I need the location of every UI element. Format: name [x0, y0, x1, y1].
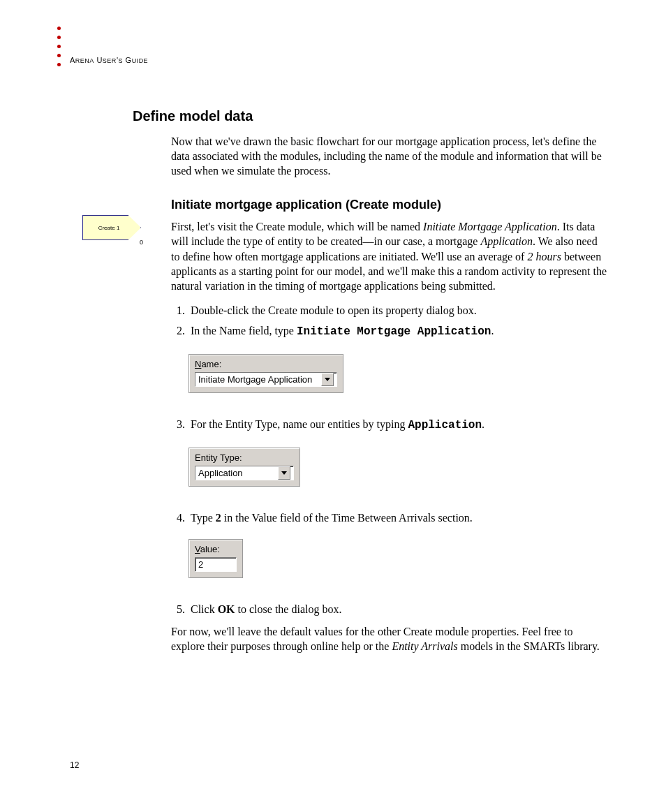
step-2: In the Name field, type Initiate Mortgag…: [188, 323, 607, 340]
main-content: Define model data Now that we've drawn t…: [70, 108, 607, 660]
text: models in the SMARTs library.: [458, 640, 600, 652]
bullet-dot: [57, 54, 61, 57]
name-field-screenshot: Name:: [188, 354, 343, 393]
step-4: Type 2 in the Value field of the Time Be…: [188, 510, 607, 526]
dropdown-button[interactable]: [321, 373, 334, 386]
margin-bullets: [57, 27, 61, 66]
value-input[interactable]: [195, 557, 237, 572]
bullet-dot: [57, 45, 61, 48]
closing-paragraph: For now, we'll leave the default values …: [171, 624, 607, 654]
step-text: .: [482, 418, 484, 430]
steps-list-cont2: Type 2 in the Value field of the Time Be…: [171, 510, 607, 526]
text-italic: Entity Arrivals: [392, 640, 457, 652]
step-text: in the Value field of the Time Between A…: [221, 512, 473, 524]
step-3: For the Entity Type, name our entities b…: [188, 417, 607, 434]
bullet-dot: [57, 36, 61, 39]
text-italic: Initiate Mortgage Application: [423, 221, 557, 232]
step-1: Double-click the Create module to open i…: [188, 303, 607, 318]
text: First, let's visit the Create module, wh…: [171, 221, 423, 232]
chevron-down-icon: [281, 471, 287, 475]
bullet-dot: [57, 27, 61, 30]
dropdown-button[interactable]: [278, 466, 290, 480]
chevron-down-icon: [325, 378, 330, 381]
value-field-screenshot: Value:: [188, 539, 243, 578]
heading-define-model-data: Define model data: [133, 108, 607, 124]
label-underline: V: [195, 544, 200, 554]
name-input[interactable]: [195, 373, 321, 386]
name-combobox[interactable]: [195, 372, 337, 387]
label-rest: alue:: [200, 544, 220, 554]
entity-combobox[interactable]: [195, 466, 294, 480]
step-code: Initiate Mortgage Application: [297, 325, 491, 338]
text-italic: 2 hours: [527, 251, 561, 263]
step-text: to close the dialog box.: [235, 603, 342, 615]
value-field-label: Value:: [195, 544, 237, 554]
steps-list-cont: For the Entity Type, name our entities b…: [171, 417, 607, 434]
entity-field-screenshot: Entity Type:: [188, 448, 300, 487]
step-text: For the Entity Type, name our entities b…: [191, 418, 408, 430]
step-text: Click: [191, 603, 218, 615]
running-header: ARENA USER'S GUIDE ARENA USER'S GUIDE: [70, 56, 148, 64]
label-rest: ame:: [201, 359, 221, 369]
step-text: .: [491, 325, 494, 337]
step-5: Click OK to close the dialog box.: [188, 602, 607, 617]
step-code: Application: [408, 419, 482, 431]
bullet-dot: [57, 63, 61, 66]
entity-input[interactable]: [195, 466, 278, 480]
step-bold: OK: [218, 603, 235, 615]
entity-field-label: Entity Type:: [195, 452, 294, 463]
heading-initiate-mortgage: Initiate mortgage application (Create mo…: [171, 198, 607, 212]
name-field-label: Name:: [195, 359, 337, 369]
text-italic: Application: [480, 235, 533, 247]
step-text: Double-click the Create module to open i…: [191, 304, 477, 316]
step-text: Type: [191, 512, 216, 524]
steps-list-cont3: Click OK to close the dialog box.: [171, 602, 607, 617]
step-text: In the Name field, type: [191, 325, 297, 337]
step-bold: 2: [216, 512, 221, 524]
label-underline: N: [195, 359, 201, 369]
intro-paragraph: Now that we've drawn the basic flowchart…: [171, 134, 607, 178]
create-intro-paragraph: First, let's visit the Create module, wh…: [171, 219, 607, 293]
steps-list: Double-click the Create module to open i…: [171, 303, 607, 340]
page-number: 12: [70, 760, 79, 770]
